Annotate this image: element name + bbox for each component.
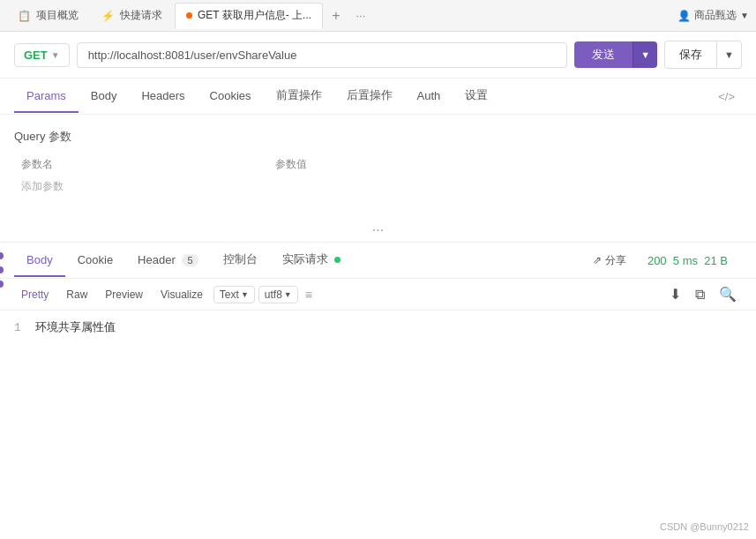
add-tab-button[interactable]: + xyxy=(325,8,347,24)
download-button[interactable]: ⬇ xyxy=(664,284,686,304)
wrap-lines-button[interactable]: ≡ xyxy=(305,288,312,302)
response-panel: Body Cookie Header 5 控制台 实际请求 ⇗ 分享 200 5… xyxy=(0,242,756,416)
tab-get-user[interactable]: GET 获取用户信息- 上... xyxy=(175,3,323,29)
method-select[interactable]: GET ▼ xyxy=(14,43,70,67)
response-size: 21 B xyxy=(704,254,728,267)
share-button[interactable]: ⇗ 分享 xyxy=(586,253,633,268)
tab-params[interactable]: Params xyxy=(14,80,79,113)
save-button-group: 保存 ▼ xyxy=(664,41,742,69)
bolt-icon: ⚡ xyxy=(101,10,115,22)
request-tabs: Params Body Headers Cookies 前置操作 后置操作 Au… xyxy=(0,79,756,115)
tab-pre-ops[interactable]: 前置操作 xyxy=(264,79,334,114)
search-button[interactable]: 🔍 xyxy=(714,284,742,304)
code-view-button[interactable]: </> xyxy=(711,81,742,112)
divider-dots: ... xyxy=(372,219,384,235)
add-param-button[interactable]: 添加参数 xyxy=(14,176,742,198)
format-preview-button[interactable]: Preview xyxy=(98,286,150,303)
copy-button[interactable]: ⧉ xyxy=(690,285,710,304)
tab-bar: 📋 项目概览 ⚡ 快捷请求 GET 获取用户信息- 上... + ··· 👤 商… xyxy=(0,0,756,32)
url-bar: GET ▼ 发送 ▼ 保存 ▼ xyxy=(0,32,756,79)
resp-tab-actual[interactable]: 实际请求 xyxy=(270,243,354,278)
format-visualize-button[interactable]: Visualize xyxy=(153,286,210,303)
user-icon: 👤 xyxy=(677,10,691,22)
param-header: 参数名 参数值 xyxy=(14,153,742,176)
param-value-header: 参数值 xyxy=(275,157,735,172)
format-pretty-button[interactable]: Pretty xyxy=(14,286,56,303)
param-name-header: 参数名 xyxy=(21,157,268,172)
response-text-1: 环境共享属性值 xyxy=(35,319,116,335)
left-edge-decoration xyxy=(0,249,4,291)
user-profile-btn[interactable]: 👤 商品甄选 ▼ xyxy=(677,8,749,23)
encoding-chevron-icon: ▼ xyxy=(284,290,292,299)
tab-quick-label: 快捷请求 xyxy=(120,8,162,23)
response-line-1: 1 环境共享属性值 xyxy=(14,319,742,335)
tab-auth[interactable]: Auth xyxy=(405,80,453,113)
response-status: 200 5 ms 21 B xyxy=(633,254,742,267)
response-toolbar: Pretty Raw Preview Visualize Text ▼ utf8… xyxy=(0,279,756,311)
resp-tab-header[interactable]: Header 5 xyxy=(125,244,210,277)
url-input[interactable] xyxy=(77,42,568,68)
tab-settings[interactable]: 设置 xyxy=(453,79,500,114)
share-label: 分享 xyxy=(605,253,626,268)
tab-dot xyxy=(186,12,192,19)
tab-body[interactable]: Body xyxy=(79,80,130,113)
save-button[interactable]: 保存 xyxy=(664,41,717,69)
resp-header-badge: 5 xyxy=(182,254,198,266)
encoding-select[interactable]: utf8 ▼ xyxy=(258,286,298,303)
tab-project-label: 项目概览 xyxy=(36,8,79,23)
tab-quick[interactable]: ⚡ 快捷请求 xyxy=(91,3,173,29)
resp-tab-body[interactable]: Body xyxy=(14,244,65,277)
method-label: GET xyxy=(24,49,48,62)
user-label: 商品甄选 xyxy=(694,8,737,23)
actual-request-dot xyxy=(334,257,341,263)
response-header: Body Cookie Header 5 控制台 实际请求 ⇗ 分享 200 5… xyxy=(0,243,756,279)
format-type-label: Text xyxy=(220,288,239,301)
tab-headers[interactable]: Headers xyxy=(129,80,197,113)
tab-right-actions: 👤 商品甄选 ▼ xyxy=(677,8,749,23)
encoding-label: utf8 xyxy=(265,288,282,301)
tab-get-user-label: GET 获取用户信息- 上... xyxy=(198,8,311,23)
send-button[interactable]: 发送 xyxy=(574,41,632,68)
query-section: Query 参数 参数名 参数值 添加参数 xyxy=(0,115,756,212)
resp-header-label: Header xyxy=(138,253,176,266)
resp-actual-label: 实际请求 xyxy=(282,252,328,266)
panel-divider[interactable]: ... xyxy=(0,212,756,242)
tab-project[interactable]: 📋 项目概览 xyxy=(7,3,89,29)
query-title: Query 参数 xyxy=(14,129,742,145)
response-time: 5 ms xyxy=(673,254,698,267)
format-raw-button[interactable]: Raw xyxy=(59,286,94,303)
share-icon: ⇗ xyxy=(593,254,602,266)
format-chevron-icon: ▼ xyxy=(241,290,249,299)
chevron-down-icon: ▼ xyxy=(740,11,749,20)
line-number-1: 1 xyxy=(14,321,21,334)
resp-tab-cookie[interactable]: Cookie xyxy=(65,244,125,277)
save-dropdown-button[interactable]: ▼ xyxy=(717,41,742,69)
send-dropdown-button[interactable]: ▼ xyxy=(632,41,657,68)
more-tabs-button[interactable]: ··· xyxy=(348,9,372,22)
resp-tab-console[interactable]: 控制台 xyxy=(211,243,270,278)
tab-post-ops[interactable]: 后置操作 xyxy=(334,79,405,114)
method-chevron-icon: ▼ xyxy=(51,50,60,60)
status-code: 200 xyxy=(647,254,667,267)
format-type-select[interactable]: Text ▼ xyxy=(213,286,255,303)
response-body: 1 环境共享属性值 xyxy=(0,311,756,416)
project-icon: 📋 xyxy=(18,10,31,22)
tab-cookies[interactable]: Cookies xyxy=(198,80,264,113)
send-button-group: 发送 ▼ xyxy=(574,41,657,68)
